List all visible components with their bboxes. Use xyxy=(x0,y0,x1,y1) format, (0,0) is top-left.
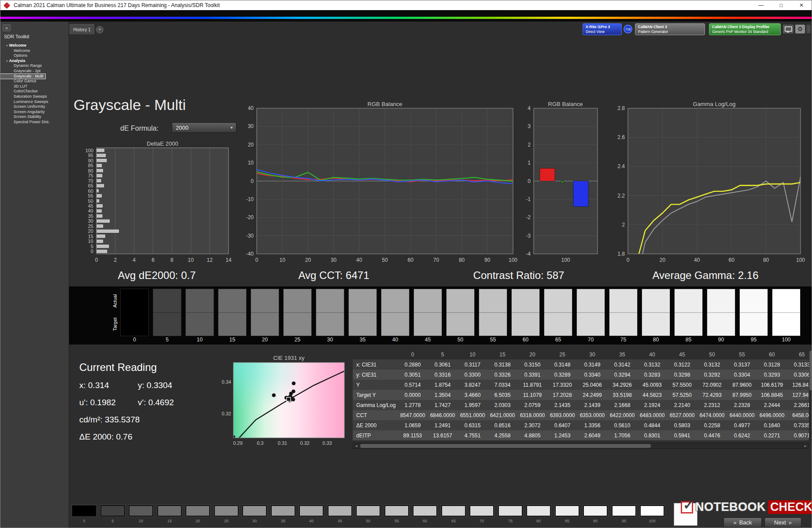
table-cell: 6440.0000 xyxy=(727,412,757,418)
back-button[interactable]: « Back xyxy=(723,517,762,528)
next-button[interactable]: Next » xyxy=(764,517,801,528)
svg-text:95: 95 xyxy=(88,153,93,158)
table-cell: 4.2558 xyxy=(487,433,517,439)
display-icon[interactable] xyxy=(783,25,794,33)
table-cell: 6422.0000 xyxy=(607,412,637,418)
patch-label: 5 xyxy=(153,337,181,343)
scroll-right-icon[interactable]: ► xyxy=(802,444,808,447)
svg-text:40: 40 xyxy=(248,105,254,111)
table-cell: 33.5198 xyxy=(607,392,637,398)
sidebar-item-welcome[interactable]: Welcome xyxy=(0,48,69,54)
notebookcheck-watermark: ✓ NOTEBOOK CHECK xyxy=(681,500,812,514)
pattern-patch-label: 15 xyxy=(157,519,182,523)
sidebar-item-3d-lut[interactable]: 3D LUT xyxy=(0,84,69,89)
pattern-generator-button[interactable]: CalMAN Client 3 Pattern Generator xyxy=(635,23,705,35)
table-cell: 0.2880 xyxy=(398,362,428,368)
sidebar-item-saturation-sweeps[interactable]: Saturation Sweeps xyxy=(0,94,69,99)
table-cell: 0.1640 xyxy=(757,422,787,429)
close-button[interactable]: ✕ xyxy=(791,0,812,10)
sidebar-item-screen-stability[interactable]: Screen Stability xyxy=(0,114,69,120)
avg-cct-stat: Avg CCT: 6471 xyxy=(299,269,369,282)
meter-device-button[interactable]: X-Rite i1Pro 3 Direct View xyxy=(583,23,622,35)
pattern-patch-label: 65 xyxy=(441,519,466,523)
contrast-stat: Contrast Ratio: 587 xyxy=(473,269,565,282)
maximize-button[interactable]: □ xyxy=(771,0,791,10)
gamma-chart-svg: 1.822.22.42.62.8020406080100 xyxy=(610,105,812,270)
sidebar-item-colorchecker[interactable]: ColorChecker xyxy=(0,89,69,94)
svg-text:3: 3 xyxy=(528,123,531,129)
table-cell: 3.4660 xyxy=(458,392,487,398)
more-icon[interactable]: ⋮ xyxy=(806,25,811,33)
sidebar-item-screen-angularity[interactable]: Screen Angularity xyxy=(0,110,69,115)
scroll-left-icon[interactable]: ◄ xyxy=(353,444,359,447)
table-cell: 0.3132 xyxy=(697,362,727,368)
actual-swatch xyxy=(772,289,800,312)
reading-de: ΔE 2000: 0.76 xyxy=(79,432,174,442)
table-cell: 0.5803 xyxy=(667,422,697,429)
sidebar-item-grayscale-2pt[interactable]: Grayscale - 2pt xyxy=(0,69,69,74)
table-vertical-scrollbar[interactable] xyxy=(809,350,812,442)
display-profiler-button[interactable]: CalMAN Client 3 Display Profiler Generic… xyxy=(709,23,781,35)
target-swatch xyxy=(772,312,800,336)
patch-label: 95 xyxy=(740,337,768,343)
minimize-button[interactable]: — xyxy=(751,0,771,10)
de-formula-dropdown[interactable]: 2000 ▼ xyxy=(172,122,236,133)
target-swatch xyxy=(512,312,539,336)
actual-swatch xyxy=(186,289,214,312)
tab-history-1[interactable]: History 1 xyxy=(70,24,94,34)
table-horizontal-scrollbar[interactable]: ◄ ► xyxy=(353,443,809,449)
reading-luminance: cd/m²: 335.5378 xyxy=(79,415,174,425)
gear-icon[interactable]: ⚙ xyxy=(795,25,805,33)
svg-text:100: 100 xyxy=(561,257,570,263)
avg-de-stat: Avg dE2000: 0.7 xyxy=(118,269,196,282)
pattern-patch-10 xyxy=(129,505,153,517)
table-cell: 6527.0000 xyxy=(667,412,697,418)
grayscale-patch-25 xyxy=(284,289,311,336)
table-cell: 106.8845 xyxy=(757,392,787,398)
sidebar-item-dynamic-range[interactable]: Dynamic Range xyxy=(0,63,69,69)
meter-device-name: X-Rite i1Pro 3 xyxy=(586,25,619,29)
pattern-patch-label: 80 xyxy=(526,519,551,523)
sidebar-collapse-button[interactable]: « xyxy=(3,24,11,31)
svg-text:80: 80 xyxy=(763,257,769,263)
svg-text:50: 50 xyxy=(382,257,388,263)
actual-swatch xyxy=(284,289,311,312)
scrollbar-thumb[interactable] xyxy=(360,444,651,448)
svg-text:10: 10 xyxy=(248,160,254,166)
patch-label: 25 xyxy=(284,337,311,343)
table-cell: 0.2271 xyxy=(757,433,787,439)
sidebar-item-analysis[interactable]: ▾Analysis xyxy=(0,59,69,64)
table-cell: 0.3051 xyxy=(398,372,428,378)
table-header-cell: 25 xyxy=(547,352,577,358)
sidebar-item-luminance-sweeps[interactable]: Luminance Sweeps xyxy=(0,99,69,105)
table-cell: 0.3133 xyxy=(787,362,812,368)
sidebar-item-grayscale-multi[interactable]: Grayscale - Multi xyxy=(0,74,45,79)
actual-swatch xyxy=(153,289,181,312)
table-row-cct: CCT8547.00006846.00006551.00006421.00006… xyxy=(353,410,812,420)
sidebar-item-welcome[interactable]: ▾Welcome xyxy=(0,43,69,48)
svg-text:35: 35 xyxy=(88,213,93,219)
table-row-label: y: CIE31 xyxy=(353,372,398,378)
svg-text:0: 0 xyxy=(255,257,258,263)
svg-text:100: 100 xyxy=(85,148,93,153)
svg-text:20: 20 xyxy=(248,142,254,148)
table-cell: 0.3148 xyxy=(547,362,577,368)
sidebar-item-color-gamut[interactable]: Color Gamut xyxy=(0,79,69,84)
sidebar-item-options[interactable]: Options xyxy=(0,53,69,59)
sidebar-item-screen-uniformity[interactable]: Screen Uniformity xyxy=(0,104,69,110)
grayscale-patch-65 xyxy=(544,289,572,336)
table-cell: 6353.0000 xyxy=(577,412,607,418)
svg-text:0: 0 xyxy=(627,257,630,263)
svg-text:10: 10 xyxy=(88,238,93,244)
svg-text:100: 100 xyxy=(796,257,805,263)
table-header-cell: 60 xyxy=(757,352,787,358)
table-cell: 2.2328 xyxy=(727,402,757,408)
reading-y: y: 0.3304 xyxy=(138,381,174,390)
sidebar-item-spectral-power-dist-[interactable]: Spectral Power Dist. xyxy=(0,120,69,125)
pattern-patch-label: 70 xyxy=(469,519,494,523)
grayscale-patch-75 xyxy=(609,289,637,336)
add-tab-button[interactable]: + xyxy=(96,26,103,33)
display-device-name: CalMAN Client 3 Display Profiler xyxy=(712,25,778,29)
table-cell: 24.2499 xyxy=(577,392,607,398)
scrollbar-thumb[interactable] xyxy=(809,351,812,390)
